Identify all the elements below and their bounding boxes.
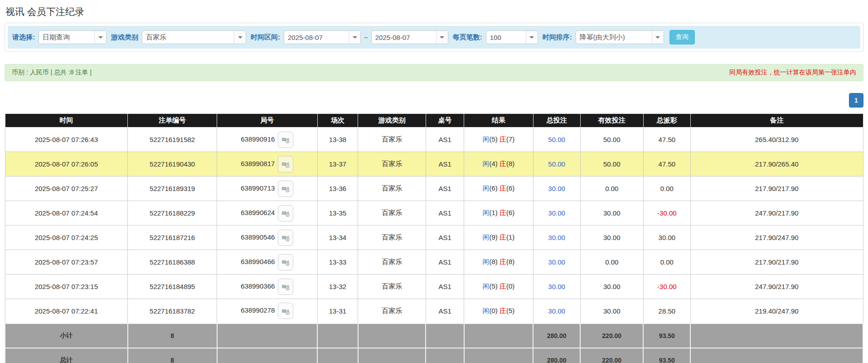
cell-table-no: AS1 xyxy=(426,275,464,299)
bet-record-row[interactable]: 2025-08-07 07:23:57 522716186388 6389904… xyxy=(5,250,863,275)
summary-payout: 93.50 xyxy=(643,348,690,363)
search-button[interactable]: 查询 xyxy=(669,30,695,44)
cell-remark: 217.90/265.40 xyxy=(690,152,863,177)
chevron-down-icon[interactable] xyxy=(526,31,538,44)
cell-bet-id: 522716188229 xyxy=(128,201,217,226)
time-sort-value[interactable] xyxy=(576,31,652,44)
column-header-2: 局号 xyxy=(217,114,317,128)
cell-time: 2025-08-07 07:23:15 xyxy=(5,275,128,299)
bet-records-table: 时间注单编号局号场次游戏类别桌号结果总投注有效投注总派彩备注 2025-08-0… xyxy=(5,113,863,363)
summary-count: 8 xyxy=(128,348,217,363)
cell-game-type: 百家乐 xyxy=(358,177,426,201)
video-replay-button[interactable] xyxy=(278,156,293,172)
bet-record-row[interactable]: 2025-08-07 07:26:05 522716190430 6389908… xyxy=(5,152,863,177)
summary-valid-bet: 220.00 xyxy=(580,324,643,348)
time-sort-label: 时间排序: xyxy=(543,33,572,42)
cell-total-bet[interactable]: 30.00 xyxy=(533,226,580,250)
cell-time: 2025-08-07 07:24:54 xyxy=(5,201,128,226)
cell-result: 闲(5) 庄(0) xyxy=(464,275,533,299)
column-header-3: 场次 xyxy=(317,114,358,128)
time-sort-combobox[interactable] xyxy=(576,30,664,44)
video-replay-icon xyxy=(281,257,291,267)
result-banker: 庄 xyxy=(499,160,506,167)
bet-record-row[interactable]: 2025-08-07 07:26:43 522716191582 6389909… xyxy=(5,128,863,152)
column-header-5: 桌号 xyxy=(426,114,464,128)
cell-valid-bet: 30.00 xyxy=(580,299,643,324)
cell-table-no: AS1 xyxy=(426,152,464,177)
cell-total-bet[interactable]: 30.00 xyxy=(533,275,580,299)
cell-remark: 247.90/217.90 xyxy=(690,201,863,226)
chevron-down-icon[interactable] xyxy=(436,31,448,44)
video-replay-icon xyxy=(281,282,291,291)
cell-total-bet[interactable]: 30.00 xyxy=(533,299,580,324)
cell-game-type: 百家乐 xyxy=(358,128,426,152)
video-replay-button[interactable] xyxy=(278,303,293,319)
cell-session: 13-35 xyxy=(317,201,358,226)
chevron-down-icon[interactable] xyxy=(234,31,246,44)
cell-total-bet[interactable]: 50.00 xyxy=(533,128,580,152)
bet-record-row[interactable]: 2025-08-07 07:24:54 522716188229 6389906… xyxy=(5,201,863,226)
summary-total-bet: 280.00 xyxy=(533,324,580,348)
column-header-8: 有效投注 xyxy=(580,114,643,128)
page-size-combobox[interactable] xyxy=(486,30,538,44)
cell-valid-bet: 50.00 xyxy=(580,152,643,177)
video-replay-button[interactable] xyxy=(278,230,293,246)
video-replay-button[interactable] xyxy=(278,205,293,221)
cell-payout: 47.50 xyxy=(643,128,690,152)
video-replay-button[interactable] xyxy=(278,132,293,148)
cell-round-id: 638990546 xyxy=(217,226,317,250)
cell-valid-bet: 30.00 xyxy=(580,201,643,226)
chevron-down-icon[interactable] xyxy=(652,31,664,44)
result-banker: 庄 xyxy=(499,184,506,192)
cell-result: 闲(5) 庄(7) xyxy=(464,128,533,152)
video-replay-button[interactable] xyxy=(278,181,293,197)
cell-total-bet[interactable]: 30.00 xyxy=(533,250,580,275)
video-replay-icon xyxy=(281,233,291,242)
date-from-combobox[interactable] xyxy=(284,30,361,44)
video-replay-button[interactable] xyxy=(278,279,293,295)
video-replay-button[interactable] xyxy=(278,254,293,270)
filter-bar: 请选择: 游戏类别 时间区间: ~ 每页笔数: xyxy=(8,26,860,49)
cell-result: 闲(9) 庄(1) xyxy=(464,226,533,250)
query-type-value[interactable] xyxy=(39,31,94,44)
summary-label: 小计 xyxy=(5,324,128,348)
cell-session: 13-31 xyxy=(317,299,358,324)
video-replay-icon xyxy=(281,184,291,193)
cell-time: 2025-08-07 07:23:57 xyxy=(5,250,128,275)
bet-record-row[interactable]: 2025-08-07 07:24:25 522716187216 6389905… xyxy=(5,226,863,250)
cell-valid-bet: 0.00 xyxy=(580,177,643,201)
cell-remark: 217.90/217.90 xyxy=(690,250,863,275)
pagination: 1 xyxy=(5,93,863,108)
pagination-page-button[interactable]: 1 xyxy=(849,93,863,108)
page-size-value[interactable] xyxy=(486,31,526,44)
cell-round-id: 638990916 xyxy=(217,128,317,152)
cell-game-type: 百家乐 xyxy=(358,250,426,275)
bet-record-row[interactable]: 2025-08-07 07:22:41 522716183782 6389902… xyxy=(5,299,863,324)
bet-record-row[interactable]: 2025-08-07 07:25:27 522716189319 6389907… xyxy=(5,177,863,201)
date-from-value[interactable] xyxy=(284,31,349,44)
cell-result: 闲(8) 庄(8) xyxy=(464,250,533,275)
column-header-10: 备注 xyxy=(690,114,863,128)
date-to-combobox[interactable] xyxy=(371,30,448,44)
cell-total-bet[interactable]: 30.00 xyxy=(533,177,580,201)
bet-record-row[interactable]: 2025-08-07 07:23:15 522716184895 6389903… xyxy=(5,275,863,299)
chevron-down-icon[interactable] xyxy=(349,31,360,44)
cell-total-bet[interactable]: 30.00 xyxy=(533,201,580,226)
cell-bet-id: 522716190430 xyxy=(128,152,217,177)
result-player: 闲 xyxy=(482,209,489,216)
result-player: 闲 xyxy=(482,135,489,143)
date-to-value[interactable] xyxy=(372,31,436,44)
query-type-combobox[interactable] xyxy=(39,30,107,44)
page-size-label: 每页笔数: xyxy=(453,33,482,42)
cell-time: 2025-08-07 07:22:41 xyxy=(5,299,128,324)
chevron-down-icon[interactable] xyxy=(94,31,106,44)
game-type-label: 游戏类别 xyxy=(111,33,138,42)
cell-table-no: AS1 xyxy=(426,299,464,324)
cell-payout: 47.50 xyxy=(643,152,690,177)
result-banker: 庄 xyxy=(499,258,506,265)
cell-game-type: 百家乐 xyxy=(358,275,426,299)
cell-valid-bet: 30.00 xyxy=(580,275,643,299)
cell-total-bet[interactable]: 50.00 xyxy=(533,152,580,177)
game-type-value[interactable] xyxy=(142,31,234,44)
game-type-combobox[interactable] xyxy=(142,30,246,44)
